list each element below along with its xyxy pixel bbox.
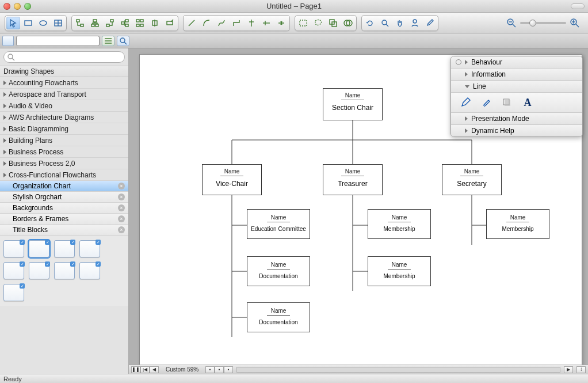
stencil-shape[interactable]: ✓ xyxy=(29,262,49,279)
zoom-tool[interactable] xyxy=(378,17,392,29)
zoom-in-icon[interactable] xyxy=(570,18,580,28)
inspector-panel[interactable]: Behaviour Information Line xyxy=(450,56,583,137)
subcategory-organization-chart[interactable]: Organization Chart× xyxy=(0,181,128,192)
category-item[interactable]: Cross-Functional Flowcharts xyxy=(0,169,128,181)
subcategory-label: Backgrounds xyxy=(13,204,53,212)
curve-tool[interactable] xyxy=(215,17,228,29)
stencil-shape[interactable]: ✓ xyxy=(54,262,75,279)
disconnect-tool[interactable] xyxy=(274,17,288,29)
tree-delete-tool[interactable] xyxy=(163,17,177,29)
split-h-tool[interactable] xyxy=(259,17,273,29)
library-search-input[interactable] xyxy=(16,36,100,46)
resize-grip-icon[interactable]: ⁞ xyxy=(576,366,586,373)
split-v-tool[interactable] xyxy=(245,17,258,29)
region-merge-tool[interactable] xyxy=(341,17,355,29)
view-mode-1[interactable]: ▪ xyxy=(205,366,215,373)
region-group-tool[interactable] xyxy=(326,17,340,29)
stencil-shape[interactable]: ✓ xyxy=(79,240,100,257)
page-tab-button[interactable]: ❚❚ xyxy=(131,366,140,373)
arc-tool[interactable] xyxy=(200,17,213,29)
library-tab-button[interactable] xyxy=(2,36,14,46)
pan-tool[interactable] xyxy=(393,17,407,29)
tree-branch-tool[interactable] xyxy=(118,17,132,29)
inspector-row-line[interactable]: Line xyxy=(451,81,582,93)
org-node-edu-committee[interactable]: Name Education Committee xyxy=(247,209,310,239)
pen-tool-icon[interactable] xyxy=(459,96,472,109)
zoom-out-icon[interactable] xyxy=(506,18,517,28)
brush-tool-icon[interactable] xyxy=(480,96,492,109)
pointer-tool[interactable] xyxy=(6,17,20,29)
text-tool-icon[interactable]: A xyxy=(521,96,534,109)
close-stencil-icon[interactable]: × xyxy=(118,194,125,200)
org-node-documentation-2[interactable]: Name Documentation xyxy=(247,302,310,332)
category-item[interactable]: Business Process 2,0 xyxy=(0,158,128,169)
subcategory-title-blocks[interactable]: Title Blocks× xyxy=(0,225,128,236)
stencil-shape[interactable]: ✓ xyxy=(29,240,49,257)
close-stencil-icon[interactable]: × xyxy=(118,183,125,189)
search-library-button[interactable] xyxy=(117,36,129,46)
category-item[interactable]: Basic Diagramming xyxy=(0,123,128,135)
close-stencil-icon[interactable]: × xyxy=(118,226,125,233)
category-item[interactable]: Audio & Video xyxy=(0,100,128,112)
shapes-heading: Drawing Shapes xyxy=(0,66,128,77)
org-node-section-chair[interactable]: Name Section Chair xyxy=(323,88,383,120)
category-item[interactable]: Building Plans xyxy=(0,135,128,146)
scroll-first-button[interactable]: |◀ xyxy=(140,366,150,373)
svg-line-47 xyxy=(124,42,127,44)
stencil-shape[interactable]: ✓ xyxy=(3,240,24,257)
org-node-membership-t1[interactable]: Name Membership xyxy=(368,209,431,239)
inspector-row-behaviour[interactable]: Behaviour xyxy=(451,56,582,69)
shapes-search-input[interactable] xyxy=(3,51,125,63)
stencil-shape[interactable]: ✓ xyxy=(54,240,75,257)
org-node-membership-s1[interactable]: Name Membership xyxy=(486,209,549,239)
category-item[interactable]: AWS Architecture Diagrams xyxy=(0,112,128,123)
inspector-row-presentation[interactable]: Presentation Mode xyxy=(451,113,582,125)
region-rect-tool[interactable] xyxy=(296,17,310,29)
zoom-slider[interactable] xyxy=(520,22,566,24)
org-node-membership-t2[interactable]: Name Membership xyxy=(368,256,431,286)
list-view-button[interactable] xyxy=(102,36,114,46)
scroll-next-button[interactable]: ▶ xyxy=(564,366,573,373)
inspector-row-information[interactable]: Information xyxy=(451,69,582,81)
drawing-canvas[interactable]: Name Section Chair Name Vice-Chair Name … xyxy=(139,54,582,365)
subcategory-borders-frames[interactable]: Borders & Frames× xyxy=(0,214,128,225)
table-tool[interactable] xyxy=(51,17,65,29)
inspector-row-help[interactable]: Dynamic Help xyxy=(451,125,582,136)
view-mode-3[interactable]: ▪ xyxy=(224,366,233,373)
view-mode-2[interactable]: ▪ xyxy=(215,366,224,373)
scroll-prev-button[interactable]: ◀ xyxy=(150,366,159,373)
refresh-tool[interactable] xyxy=(363,17,377,29)
tree-right-tool[interactable] xyxy=(103,17,117,29)
tree-insert-tool[interactable] xyxy=(148,17,162,29)
tree-left-tool[interactable] xyxy=(73,17,87,29)
rectangle-tool[interactable] xyxy=(21,17,35,29)
region-lasso-tool[interactable] xyxy=(311,17,325,29)
eyedropper-tool[interactable] xyxy=(423,17,437,29)
close-stencil-icon[interactable]: × xyxy=(118,204,125,211)
stencil-shape[interactable]: ✓ xyxy=(3,262,24,279)
org-node-secretary[interactable]: Name Secretary xyxy=(442,164,502,195)
tree-grid-tool[interactable] xyxy=(133,17,147,29)
category-item[interactable]: Accounting Flowcharts xyxy=(0,77,128,89)
shadow-tool-icon[interactable] xyxy=(501,96,513,109)
stencil-shape[interactable]: ✓ xyxy=(79,262,100,279)
name-label: Name xyxy=(368,261,430,268)
zoom-level-label[interactable]: Custom 59% xyxy=(162,366,202,373)
user-tool[interactable] xyxy=(408,17,422,29)
elbow-tool[interactable] xyxy=(230,17,243,29)
category-item[interactable]: Business Process xyxy=(0,146,128,158)
line-tool[interactable] xyxy=(185,17,198,29)
category-item[interactable]: Aerospace and Transport xyxy=(0,89,128,100)
org-node-vice-chair[interactable]: Name Vice-Chair xyxy=(202,164,262,195)
org-node-documentation-1[interactable]: Name Documentation xyxy=(247,256,310,286)
subcategory-stylish-orgchart[interactable]: Stylish Orgchart× xyxy=(0,192,128,203)
ellipse-tool[interactable] xyxy=(36,17,50,29)
subcategory-backgrounds[interactable]: Backgrounds× xyxy=(0,203,128,214)
horizontal-scrollbar[interactable] xyxy=(236,367,560,373)
tree-down-tool[interactable] xyxy=(88,17,102,29)
close-stencil-icon[interactable]: × xyxy=(118,215,125,222)
inspector-label: Line xyxy=(473,82,486,90)
zoom-slider-thumb[interactable] xyxy=(529,20,536,26)
org-node-treasurer[interactable]: Name Treasurer xyxy=(323,164,383,195)
stencil-shape[interactable]: ✓ xyxy=(3,284,24,301)
